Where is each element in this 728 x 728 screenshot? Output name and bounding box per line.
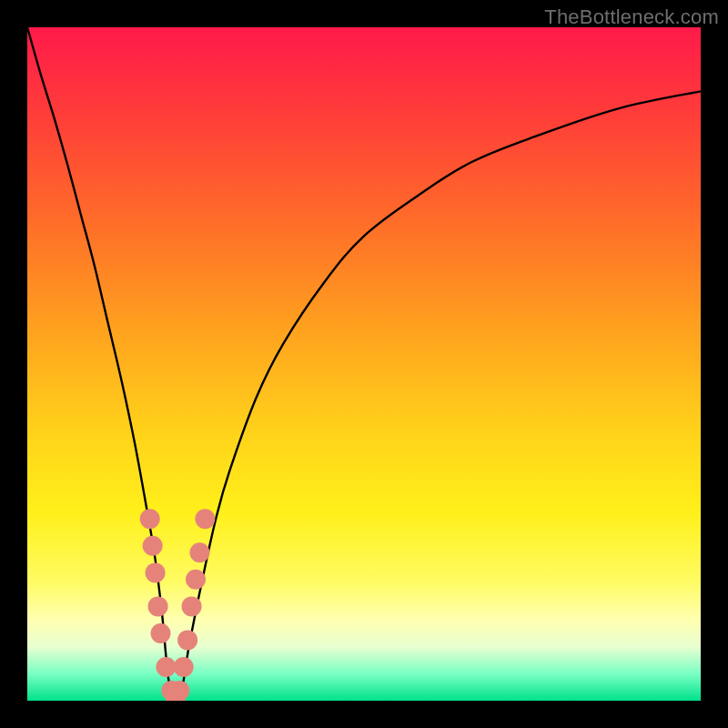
chart-frame: TheBottleneck.com bbox=[0, 0, 728, 728]
plot-area bbox=[27, 27, 701, 701]
data-marker bbox=[140, 509, 160, 529]
data-marker bbox=[177, 630, 197, 650]
data-marker bbox=[156, 657, 176, 677]
data-marker bbox=[189, 542, 209, 562]
marker-group bbox=[140, 509, 216, 701]
chart-svg bbox=[27, 27, 701, 701]
data-marker bbox=[182, 596, 202, 616]
data-marker bbox=[148, 596, 168, 616]
data-marker bbox=[174, 657, 194, 677]
data-marker bbox=[186, 570, 206, 590]
data-marker bbox=[146, 562, 166, 582]
data-marker bbox=[151, 623, 171, 643]
data-marker bbox=[195, 509, 215, 529]
bottleneck-curve bbox=[27, 27, 701, 701]
watermark-text: TheBottleneck.com bbox=[544, 5, 719, 29]
data-marker bbox=[169, 681, 189, 701]
data-marker bbox=[143, 536, 163, 556]
